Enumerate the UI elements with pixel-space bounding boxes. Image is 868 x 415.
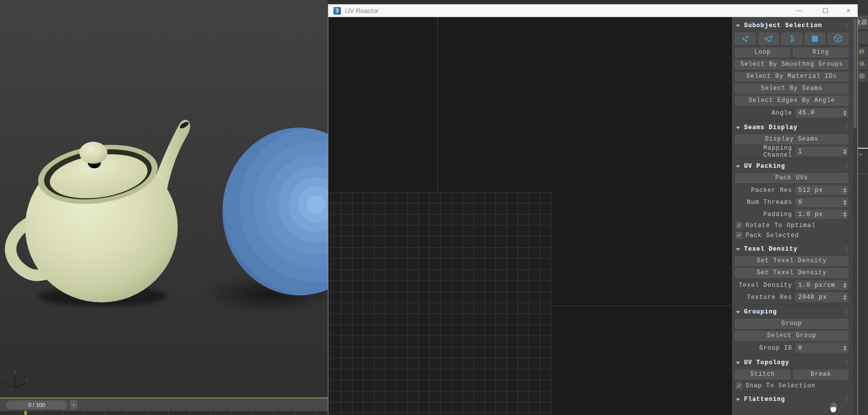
axis-z-label: z [13,368,17,375]
collapse-arrow-icon [736,165,740,168]
texel-density-label: Texel Density [735,282,795,289]
num-threads-spinner[interactable]: 6 [795,197,848,207]
select-group-button[interactable]: Select Group [735,331,848,341]
teapot-object[interactable] [0,107,201,307]
face-mode-button[interactable] [758,33,779,45]
rollout-header-uv-topology[interactable]: UV Topology ⣿ [735,358,848,368]
clipped-button-spline[interactable]: 样 [858,47,868,58]
spinner-arrows-icon[interactable] [842,111,848,116]
snap-to-selection-checkbox[interactable]: ✓ [736,382,742,389]
previous-frame-button[interactable]: ‹ [0,400,1,409]
uv-axis-horizontal [551,305,732,306]
rotate-to-optimal-checkbox[interactable]: ✓ [736,222,742,229]
select-by-smoothing-groups-button[interactable]: Select By Smoothng Groups [735,60,848,69]
spinner-arrows-icon[interactable] [842,212,848,217]
clipped-button[interactable] [858,31,868,44]
panel-scrollbar-thumb[interactable] [853,19,856,128]
element-mode-button[interactable] [828,33,848,45]
sphere-object[interactable] [222,128,328,295]
expand-arrow-icon[interactable]: > [859,151,862,159]
collapse-arrow-icon [736,248,740,251]
padding-label: Padding [735,211,795,218]
track-bar-frame-marker[interactable] [24,411,27,415]
section-title: UV Packing [744,163,785,170]
current-frame-indicator[interactable]: 0 / 100 [6,400,67,409]
rollout-header-subobject-selection[interactable]: Subobject Selection ⣿ [735,21,848,31]
rotate-to-optimal-label: Rotate To Optimal [746,222,815,229]
set-texel-density-button[interactable]: Set Texel Density [735,256,848,266]
modifier-list-clipped[interactable]: 改器 [858,16,868,29]
uv-tool-panel: Subobject Selection ⣿ [732,17,857,415]
rollout-header-grouping[interactable]: Grouping ⣿ [735,307,848,317]
collapse-arrow-icon [736,311,740,314]
packer-res-value: 512 px [795,187,842,194]
minimize-button[interactable]: — [790,5,808,17]
spinner-arrows-icon[interactable] [842,283,848,288]
packer-res-label: Packer Res [735,187,795,194]
padding-spinner[interactable]: 1.0 px [795,210,848,219]
group-button[interactable]: Group [735,319,848,329]
mapping-channel-spinner[interactable]: 1 [795,147,848,156]
select-by-seams-button[interactable]: Select By Seams [735,84,848,93]
maximize-button[interactable] [816,5,834,17]
next-frame-button[interactable]: › [70,400,77,409]
axis-x-label: x [25,377,29,383]
angle-spinner[interactable]: 45.0 [795,108,848,118]
mapping-channel-value: 1 [795,148,842,155]
loop-button[interactable]: Loop [735,48,790,57]
section-seams-display: Seams Display ⣿ Display Seams Mapping Ch… [735,120,848,156]
rollout-header-uv-packing[interactable]: UV Packing ⣿ [735,161,848,171]
grip-icon: ⣿ [845,126,848,130]
break-button[interactable]: Break [793,370,848,379]
clipped-button-curve[interactable]: 曲 [858,71,868,82]
texture-res-spinner[interactable]: 2048 px [795,292,848,302]
texel-density-value: 1.0 px/cm [795,282,842,289]
ring-button[interactable]: Ring [793,48,848,57]
group-id-spinner[interactable]: 0 [795,343,848,353]
select-edges-by-angle-button[interactable]: Select Edges By Angle [735,96,848,106]
edge-icon [787,35,797,43]
rollout-header-seams-display[interactable]: Seams Display ⣿ [735,123,848,133]
spinner-arrows-icon[interactable] [842,346,848,351]
hand-cursor-icon [828,400,839,413]
3d-viewport[interactable]: z x [0,0,328,397]
texel-density-spinner[interactable]: 1.0 px/cm [795,280,848,290]
angle-label: Angle [735,110,795,117]
vertex-icon [740,35,751,43]
panel-scrollbar[interactable] [853,17,857,415]
rollout-header-texel-density[interactable]: Texel Density ⣿ [735,244,848,254]
get-texel-density-button[interactable]: Get Texel Density [735,268,848,278]
spinner-arrows-icon[interactable] [842,149,848,154]
section-title: Seams Display [744,124,798,131]
display-seams-button[interactable]: Display Seams [735,135,848,144]
grip-icon: ⣿ [845,247,848,252]
collapse-arrow-icon [736,398,740,401]
edge-mode-button[interactable] [781,33,802,45]
texture-res-value: 2048 px [795,294,842,301]
padding-value: 1.0 px [795,211,842,218]
pack-uvs-button[interactable]: Pack UVs [735,173,848,183]
pack-selected-checkbox[interactable]: ✓ [736,232,742,239]
snap-to-selection-label: Snap To Selection [746,382,815,389]
strip-divider-2 [858,173,868,174]
collapse-arrow-icon [736,127,740,129]
uv-reactor-window: 3 UV Reactor — × Subobject Selection ⣿ [328,4,858,415]
spinner-arrows-icon[interactable] [842,295,848,300]
polygon-mode-button[interactable] [805,33,825,45]
time-slider-bar: ‹ 0 / 100 › [0,397,328,411]
clipped-button-body[interactable]: 体 [858,59,868,70]
spinner-arrows-icon[interactable] [842,188,848,193]
track-bar[interactable] [0,411,328,415]
window-titlebar[interactable]: 3 UV Reactor — × [328,5,857,17]
close-button[interactable]: × [839,5,857,17]
packer-res-spinner[interactable]: 512 px [795,185,848,195]
stitch-button[interactable]: Stitch [735,370,790,379]
spinner-arrows-icon[interactable] [842,200,848,205]
element-cube-icon [833,34,843,43]
select-by-material-ids-button[interactable]: Select By Material IDs [735,72,848,81]
uv-editor-canvas[interactable] [328,17,732,415]
command-panel-strip: 改器 样 体 曲 > [858,0,868,415]
vertex-mode-button[interactable] [735,33,756,45]
grip-icon: ⣿ [845,361,848,365]
uv-grid[interactable] [330,192,551,415]
